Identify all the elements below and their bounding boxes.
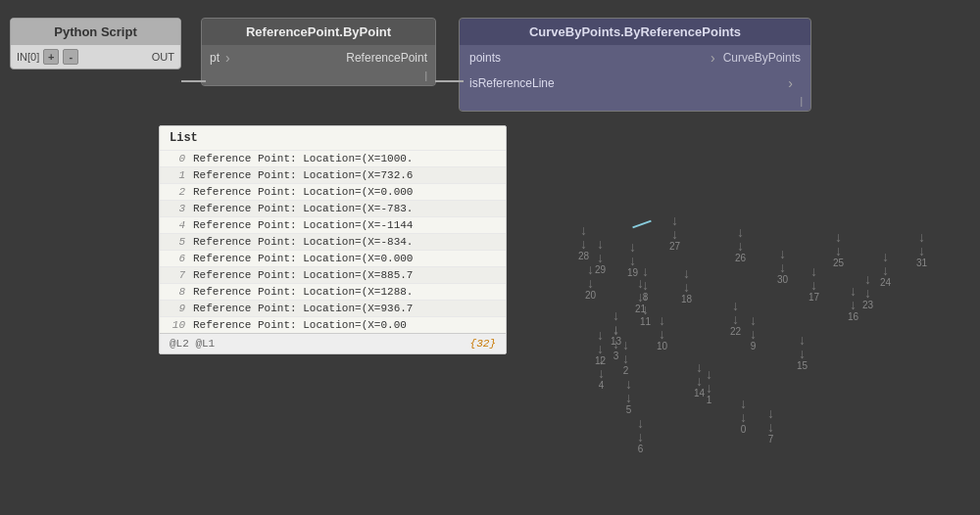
curve-port-row-2: isReferenceLine ›	[460, 70, 810, 96]
list-item-index: 2	[166, 186, 185, 198]
list-item-value: Reference Point: Location=(X=936.7	[193, 303, 413, 314]
scatter-arrow: ↓	[799, 347, 806, 360]
scatter-point: ↓25	[833, 230, 844, 268]
list-item: 1Reference Point: Location=(X=732.6	[160, 166, 506, 183]
list-footer-left: @L2 @L1	[170, 338, 215, 350]
scatter-point: ↓10	[657, 313, 667, 351]
scatter-label: 28	[578, 251, 589, 261]
scatter-arrow: ↓	[779, 260, 786, 274]
refpoint-port-row: pt › ReferencePoint	[202, 45, 435, 70]
scatter-label: 3	[613, 351, 619, 361]
python-node-title: Python Script	[11, 19, 180, 45]
curve-node-body: points › CurveByPoints isReferenceLine ›…	[460, 45, 810, 111]
scatter-label: 22	[730, 326, 741, 337]
scatter-arrow: ↓	[597, 342, 604, 355]
scatter-point: ↓21	[635, 276, 646, 314]
list-item-index: 7	[166, 269, 185, 281]
scatter-arrow: ↓	[696, 374, 703, 388]
list-item: 4Reference Point: Location=(X=-1144	[160, 216, 506, 233]
scatter-arrow: ↓	[732, 312, 739, 326]
refpoint-port-arrow: ›	[225, 50, 230, 66]
curve-output-port: CurveByPoints	[723, 51, 801, 65]
list-item-index: 8	[166, 286, 185, 298]
refpoint-output-port: ReferencePoint	[346, 51, 427, 65]
curve-port-row-1: points › CurveByPoints	[460, 45, 810, 70]
list-item-value: Reference Point: Location=(X=0.000	[193, 186, 413, 198]
scatter-arrow: ↓	[597, 251, 604, 264]
list-item-index: 3	[166, 203, 185, 214]
scatter-point: ↓2	[622, 338, 629, 376]
python-remove-port-btn[interactable]: -	[63, 49, 78, 65]
list-item-value: Reference Point: Location=(X=-783.	[193, 203, 413, 214]
scatter-point: ↓7	[767, 406, 774, 445]
scatter-point: ↓13	[611, 308, 621, 347]
scatter-point: ↓24	[880, 250, 891, 288]
scatter-arrow: ↓	[587, 276, 594, 290]
list-footer-count: {32}	[470, 338, 496, 350]
list-item: 7Reference Point: Location=(X=885.7	[160, 266, 506, 283]
scatter-arrow: ↓	[737, 239, 744, 253]
scatter-label: 5	[626, 404, 632, 415]
scatter-point: ↓31	[916, 230, 927, 268]
scatter-label: 30	[777, 274, 788, 285]
scatter-label: 21	[635, 304, 646, 314]
scatter-arrow: ↓	[671, 227, 678, 241]
scatter-point: ↓22	[730, 299, 741, 337]
scatter-arrow: ↓	[580, 237, 587, 251]
scatter-point: ↓18	[681, 266, 692, 304]
scatter-label: 2	[623, 365, 629, 376]
scatter-point: ↓14	[694, 360, 705, 398]
scatter-point: ↓17	[808, 264, 819, 303]
scatter-arrow: ↓	[659, 327, 665, 341]
scatter-point: ↓26	[735, 225, 746, 263]
scatter-arrow: ↓	[622, 351, 629, 365]
scatter-point: ↓15	[797, 333, 808, 371]
python-script-node: Python Script IN[0] + - OUT	[10, 18, 181, 70]
python-in-label: IN[0]	[17, 51, 39, 63]
scatter-label: 12	[595, 355, 606, 366]
scatter-arrow: ↓	[810, 278, 817, 292]
python-add-port-btn[interactable]: +	[43, 49, 59, 65]
list-item-value: Reference Point: Location=(X=1000.	[193, 153, 413, 164]
scatter-label: 26	[735, 253, 746, 263]
list-item-index: 0	[166, 153, 185, 164]
scatter-arrow: ↓	[625, 391, 632, 404]
scatter-arrow: ↓	[637, 290, 644, 304]
list-item-value: Reference Point: Location=(X=1288.	[193, 286, 413, 298]
scatter-point: ↓1	[706, 367, 712, 405]
scatter-arrow: ↓	[835, 244, 842, 258]
curve-port-arrow2: ›	[788, 75, 793, 91]
main-canvas: Python Script IN[0] + - OUT ReferencePoi…	[0, 0, 980, 515]
scatter-label: 1	[707, 395, 712, 405]
scatter-label: 23	[862, 300, 873, 310]
list-item-value: Reference Point: Location=(X=0.00	[193, 319, 407, 331]
list-header: List	[160, 126, 506, 150]
curve-input-port2: isReferenceLine	[469, 76, 782, 90]
scatter-label: 18	[681, 294, 692, 304]
scatter-arrow: ↓	[706, 381, 712, 395]
list-footer: @L2 @L1 {32}	[160, 333, 506, 353]
scatter-label: 7	[768, 434, 774, 445]
curve-port-arrow1: ›	[710, 50, 715, 66]
scatter-label: 0	[741, 424, 747, 435]
scatter-point: ↓0	[740, 397, 747, 435]
scatter-arrow: ↓	[750, 327, 757, 341]
list-items-container: 0Reference Point: Location=(X=1000.1Refe…	[160, 150, 506, 333]
list-item: 2Reference Point: Location=(X=0.000	[160, 183, 506, 200]
list-preview-panel: List 0Reference Point: Location=(X=1000.…	[159, 125, 507, 354]
scatter-point: ↓6	[637, 416, 644, 454]
list-item: 3Reference Point: Location=(X=-783.	[160, 200, 506, 216]
list-item: 10Reference Point: Location=(X=0.00	[160, 316, 506, 333]
scatter-point: ↓16	[848, 284, 858, 322]
scatter-point: ↓19	[627, 240, 638, 278]
scatter-point: ↓9	[750, 313, 757, 351]
scatter-point: ↓28	[578, 223, 589, 261]
scatter-label: 14	[694, 388, 705, 398]
scatter-arrow: ↓	[882, 263, 889, 277]
list-item-index: 4	[166, 219, 185, 231]
curve-input-port1: points	[469, 51, 705, 65]
list-item-value: Reference Point: Location=(X=-834.	[193, 236, 413, 248]
scatter-point: ↓23	[862, 272, 873, 310]
scatter-label: 10	[657, 341, 667, 351]
list-item: 8Reference Point: Location=(X=1288.	[160, 283, 506, 300]
